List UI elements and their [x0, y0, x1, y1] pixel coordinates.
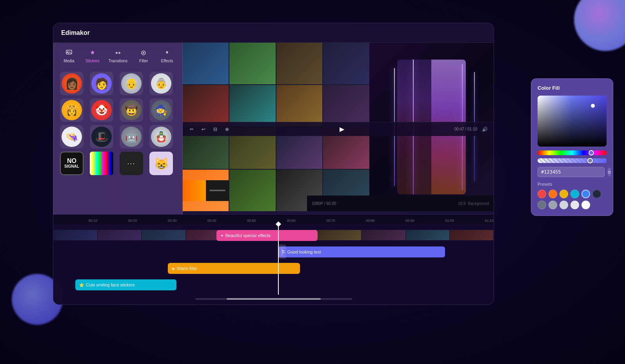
tab-media-label: Media [64, 59, 74, 63]
ruler-mark-110: 01:10 [485, 219, 494, 223]
preset-gray1[interactable] [538, 201, 546, 209]
app-title: Edimakor [61, 29, 90, 36]
media-thumb-3[interactable] [276, 43, 322, 84]
tab-media[interactable]: Media [58, 47, 80, 65]
media-icon [66, 50, 72, 58]
preview-zoom: Background [468, 201, 489, 206]
sticker-item-3[interactable]: 👴 [120, 72, 143, 95]
transitions-icon [115, 50, 121, 58]
preview-toolbar: ✂ ↩ ⊟ ⊕ ▶ 00:47 / 01:10 🔊 [183, 122, 494, 136]
sticker-item-1[interactable]: 👩🏾 [60, 72, 84, 95]
app-bar: Edimakor [53, 23, 494, 43]
color-fill-title: Color Fill [538, 85, 607, 91]
sticker-item-5[interactable]: 👸 [60, 98, 84, 122]
tab-transitions[interactable]: Transitions [105, 47, 132, 65]
presets-grid [538, 190, 607, 209]
preview-info-bar: 1080P / 60.00 16:9 Background [307, 196, 494, 211]
filter-clip-icon: ◈ [172, 266, 175, 271]
filter-clip-label: Warm filter [177, 266, 198, 271]
preset-dark1[interactable] [592, 190, 601, 198]
sticker-item-9[interactable]: 👒 [60, 125, 84, 148]
clip-text[interactable]: T- Good looking text [278, 246, 445, 257]
clip-filter[interactable]: ◈ Warm filter [168, 263, 300, 274]
timeline-area: 00:10 00:20 00:30 00:40 00:50 00:60 00:7… [53, 214, 494, 304]
preset-orange[interactable] [549, 190, 557, 198]
effects-icon [164, 50, 170, 58]
preset-blue[interactable] [581, 190, 590, 198]
media-thumb-14[interactable] [229, 170, 275, 211]
preset-red[interactable] [538, 190, 546, 198]
ruler-mark-90: 00:90 [405, 219, 414, 223]
sticker-item-dots[interactable]: ··· [120, 152, 143, 175]
color-picker-area[interactable] [538, 96, 607, 147]
color-picker-dot [591, 104, 595, 108]
sticker-item-colorbars[interactable] [90, 152, 113, 175]
media-thumb-7[interactable] [276, 85, 322, 127]
play-button[interactable]: ▶ [338, 125, 346, 134]
sticker-item-12[interactable]: 🪆 [149, 125, 173, 148]
hue-slider[interactable] [538, 150, 607, 155]
sticker-item-8[interactable]: 🧙 [149, 98, 173, 122]
copy-icon[interactable]: ⧉ [608, 168, 611, 176]
editor-container: Edimakor Media [53, 23, 494, 305]
ruler-mark-80: 00:80 [366, 219, 375, 223]
sticker-item-11[interactable]: 🤖 [120, 125, 143, 148]
time-display: 00:47 / 01:10 [454, 127, 477, 131]
sticker-item-cat[interactable]: 😸 [149, 152, 173, 175]
tab-filter[interactable]: Filter [132, 47, 155, 65]
split-button[interactable]: ⊟ [211, 125, 220, 134]
preset-gray2[interactable] [549, 201, 557, 209]
preset-gray3[interactable] [560, 201, 568, 209]
tab-effects-label: Effects [161, 59, 173, 63]
sticker-item-nosignal[interactable]: NO SIGNAL [60, 152, 84, 175]
media-thumb-5[interactable] [183, 85, 229, 127]
timeline-scrollbar[interactable] [195, 298, 352, 300]
media-thumb-13[interactable] [183, 170, 229, 211]
ruler-mark-30: 00:30 [168, 219, 177, 223]
ruler-mark-70: 00:70 [326, 219, 335, 223]
preset-gray4[interactable] [570, 201, 579, 209]
preset-yellow[interactable] [560, 190, 568, 198]
ruler-mark-10: 00:10 [89, 219, 98, 223]
volume-button[interactable]: 🔊 [480, 125, 489, 134]
clip-effects[interactable]: ✦ Beautiful special effects [216, 230, 318, 241]
tab-stickers[interactable]: Stickers [81, 47, 104, 65]
track-text: T- Good looking text [53, 244, 494, 259]
effects-clip-label: Beautiful special effects [225, 233, 271, 238]
media-thumb-6[interactable] [229, 85, 275, 127]
presets-title: Presets [538, 182, 607, 187]
undo-button[interactable]: ↩ [199, 125, 208, 134]
playhead[interactable] [278, 224, 279, 295]
text-clip-label: Good looking text [287, 250, 321, 254]
add-button[interactable]: ⊕ [223, 125, 231, 134]
color-fill-panel: Color Fill ⧉ Presets [531, 78, 613, 216]
sticker-item-6[interactable]: 🤡 [90, 98, 113, 122]
alpha-slider-gradient [538, 158, 607, 163]
hex-input[interactable] [538, 167, 605, 177]
tab-stickers-label: Stickers [85, 59, 100, 63]
sticker-item-4[interactable]: 👵 [149, 72, 173, 95]
tab-effects[interactable]: Effects [156, 47, 178, 65]
sticker-item-2[interactable]: 🧑 [90, 72, 113, 95]
track-effects: ✦ Beautiful special effects [53, 228, 494, 242]
left-panel: Media Stickers Transitions [53, 43, 183, 231]
media-thumb-8[interactable] [323, 85, 369, 127]
decorative-orb-top-right [574, 0, 625, 51]
media-thumb-2[interactable] [229, 43, 275, 84]
media-thumb-1[interactable] [183, 43, 229, 84]
svg-point-3 [143, 52, 144, 54]
alpha-slider[interactable] [538, 158, 607, 163]
preset-white[interactable] [581, 201, 590, 209]
ruler-mark-60: 00:60 [287, 219, 296, 223]
sticker-item-10[interactable]: 🎩 [90, 125, 113, 148]
ruler-mark-40: 00:40 [207, 219, 216, 223]
cut-button[interactable]: ✂ [187, 125, 196, 134]
hue-thumb [589, 150, 594, 156]
media-thumb-4[interactable] [323, 43, 369, 84]
clip-sticker[interactable]: ⭐ Cute smiling face stickers [75, 279, 176, 290]
ruler-mark-20: 00:20 [128, 219, 137, 223]
alpha-thumb [587, 158, 593, 163]
preset-cyan[interactable] [570, 190, 579, 198]
sticker-item-7[interactable]: 🤠 [120, 98, 143, 122]
preview-ratio: 16:9 [458, 201, 465, 206]
